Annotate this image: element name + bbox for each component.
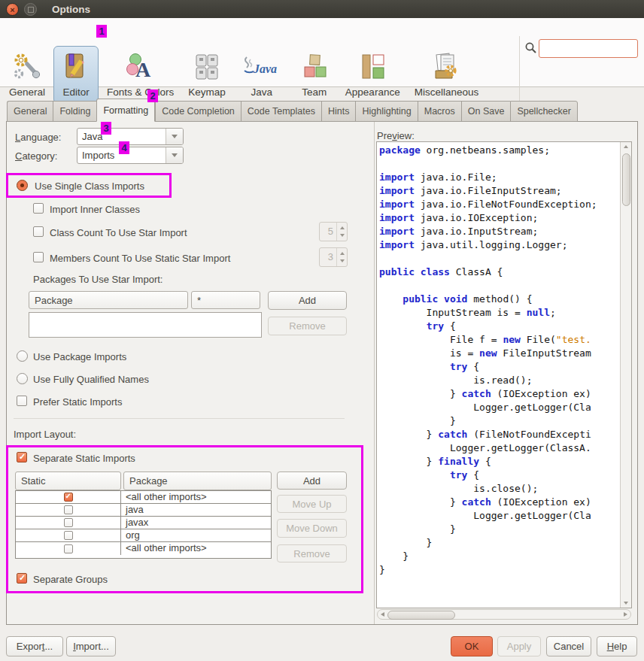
class-count-spinner[interactable]: 5 [319, 222, 348, 241]
svg-text:Java: Java [253, 62, 277, 75]
horizontal-scrollbar[interactable] [377, 609, 631, 620]
tab-macros[interactable]: Macros [418, 101, 461, 122]
scroll-left-icon[interactable] [381, 612, 384, 617]
button-label: Cancel [554, 641, 584, 652]
annotation-marker-4: 4 [119, 141, 129, 154]
language-value: Java [77, 131, 166, 142]
spinner-arrows[interactable] [336, 223, 347, 241]
use-fully-qualified-names-label: Use Fully Qualified Names [33, 374, 149, 385]
toolbar-item-java[interactable]: JavaJava [234, 46, 290, 104]
preview-label: Preview: [377, 130, 415, 141]
tab-formatting[interactable]: Formatting [96, 99, 155, 122]
restore-icon[interactable] [24, 3, 37, 16]
language-combobox[interactable]: Java [77, 128, 184, 145]
toolbar-item-editor[interactable]: Editor [53, 46, 99, 104]
import-button[interactable]: Import... [66, 636, 116, 656]
code-line: import java.io.FileNotFoundException; [379, 198, 618, 211]
code-line: public void method() { [379, 293, 618, 306]
class-count-checkbox[interactable] [33, 226, 44, 237]
toolbar-item-team[interactable]: Team [292, 46, 337, 104]
chevron-down-icon [172, 135, 178, 138]
cancel-button[interactable]: Cancel [546, 636, 591, 656]
scroll-down-icon[interactable] [624, 602, 628, 605]
code-line: } [379, 536, 618, 550]
code-line: } finally { [379, 455, 618, 468]
import-inner-classes-checkbox[interactable] [33, 203, 44, 214]
chevron-down-icon [172, 153, 178, 157]
annotation-marker-3: 3 [101, 122, 111, 135]
vertical-scrollbar[interactable] [620, 142, 631, 608]
code-line: } [379, 414, 618, 428]
svg-text:A: A [135, 58, 151, 81]
general-icon [11, 50, 44, 85]
annotation-marker-2: 2 [147, 89, 158, 102]
language-combo-arrow[interactable] [166, 129, 183, 144]
code-line: try { [379, 468, 618, 482]
members-count-spinner[interactable]: 3 [319, 247, 348, 267]
tab-general[interactable]: General [7, 101, 53, 122]
toolbar-items: GeneralEditorAFonts & ColorsKeymapJavaJa… [3, 38, 487, 104]
vertical-scrollbar-thumb[interactable] [622, 153, 630, 206]
code-line: } catch (FileNotFoundExcepti [379, 428, 618, 441]
members-count-label: Members Count To Use Static Star Import [50, 253, 230, 264]
toolbar-item-general[interactable]: General [3, 46, 51, 104]
export-button[interactable]: Export... [6, 636, 63, 656]
panel-divider [374, 122, 375, 624]
fonts-colors-icon: A [124, 50, 157, 85]
button-label: Apply [507, 641, 532, 652]
toolbar-item-appearance[interactable]: Appearance [339, 46, 406, 104]
java-icon: Java [240, 50, 284, 85]
star-import-remove-button[interactable]: Remove [268, 317, 347, 335]
scroll-up-icon[interactable] [624, 145, 628, 148]
close-icon[interactable]: × [6, 3, 19, 16]
import-layout-label: Import Layout: [14, 429, 76, 440]
tab-on-save[interactable]: On Save [461, 101, 511, 122]
scroll-right-icon[interactable] [624, 612, 627, 617]
button-label: Remove [289, 320, 325, 332]
code-line [379, 252, 618, 265]
button-label: Add [299, 295, 316, 306]
tab-spellchecker[interactable]: Spellchecker [510, 101, 578, 122]
ok-button[interactable]: OK [451, 636, 493, 656]
tab-code-completion[interactable]: Code Completion [155, 101, 241, 122]
toolbar-item-label: Java [251, 86, 273, 98]
tab-highlighting[interactable]: Highlighting [355, 101, 417, 122]
code-line: is.read(); [379, 374, 618, 387]
tab-code-templates[interactable]: Code Templates [241, 101, 321, 122]
members-count-checkbox[interactable] [33, 252, 44, 262]
category-combobox[interactable]: Imports [77, 147, 184, 164]
toolbar-item-miscellaneous[interactable]: Miscellaneous [409, 46, 485, 104]
search-input[interactable] [539, 39, 638, 58]
code-line: is.close(); [379, 482, 618, 496]
toolbar-item-keymap[interactable]: Keymap [182, 46, 232, 104]
code-line: Logger.getLogger(ClassA. [379, 441, 618, 455]
search-icon [524, 41, 537, 54]
tab-folding[interactable]: Folding [53, 101, 96, 122]
help-button[interactable]: Help [597, 636, 637, 656]
category-combo-arrow[interactable] [166, 147, 183, 163]
code-line: InputStream is = null; [379, 306, 618, 320]
team-icon [298, 50, 331, 85]
separator [14, 418, 345, 419]
code-line: import java.io.InputStream; [379, 225, 618, 238]
import-inner-classes-label: Import Inner Classes [50, 204, 140, 215]
code-line: import java.io.FileInputStream; [379, 184, 618, 198]
prefer-static-imports-checkbox[interactable] [17, 396, 27, 406]
tab-hints[interactable]: Hints [321, 101, 355, 122]
code-line: } [379, 523, 618, 536]
star-import-package-list[interactable] [29, 312, 262, 338]
use-fully-qualified-names-radio[interactable] [17, 373, 28, 384]
button-label: Export... [17, 641, 53, 652]
star-import-package-column-header[interactable]: Package [29, 291, 188, 309]
star-import-star-column-header[interactable]: * [191, 291, 260, 309]
appearance-icon [356, 50, 389, 85]
star-import-add-button[interactable]: Add [268, 291, 347, 310]
window-title: Options [52, 4, 90, 15]
toolbar-item-fonts-colors[interactable]: AFonts & Colors [101, 46, 180, 104]
use-package-imports-radio[interactable] [17, 350, 28, 362]
apply-button[interactable]: Apply [497, 636, 541, 656]
spinner-arrows[interactable] [336, 248, 347, 266]
horizontal-scrollbar-thumb[interactable] [387, 611, 455, 620]
code-line: is = new FileInputStream [379, 347, 618, 360]
annotation-box-import-layout [6, 445, 363, 593]
